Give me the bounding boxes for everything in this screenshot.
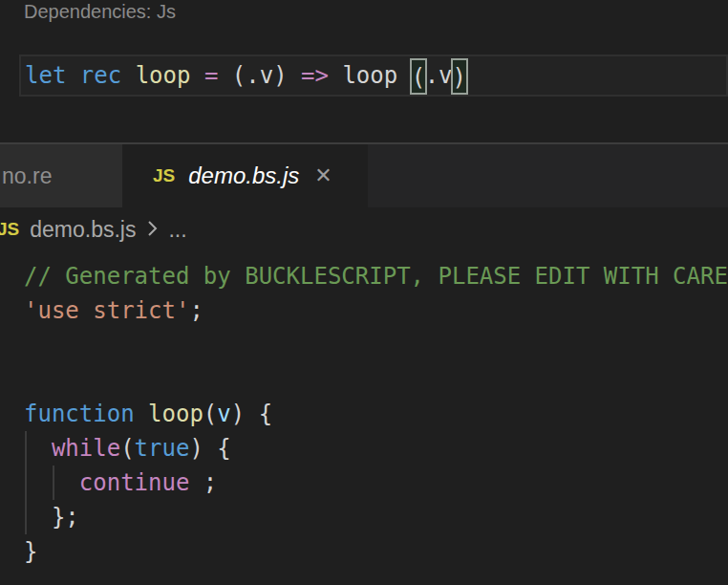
code-line: 'use strict';	[0, 293, 728, 328]
breadcrumbs: JS demo.bs.js ...	[0, 207, 728, 251]
vscode-window: Dependencies: Js let rec loop = (.v) => …	[0, 0, 728, 585]
code-token: };	[24, 504, 79, 531]
code-line	[0, 328, 728, 362]
code-line: while(true) {	[0, 431, 728, 466]
code-token	[190, 62, 203, 89]
code-token: (	[120, 435, 134, 462]
code-token: v	[217, 401, 230, 427]
indent-guide	[25, 431, 27, 534]
tab-label: no.re	[2, 163, 52, 189]
current-line-highlight[interactable]: let rec loop = (.v) => loop (.v)	[19, 54, 728, 97]
breadcrumb-file[interactable]: demo.bs.js	[30, 217, 136, 243]
code-token: (.v)	[218, 62, 301, 89]
chevron-right-icon	[145, 217, 160, 244]
code-token: .v	[425, 62, 453, 89]
code-token: let	[25, 62, 66, 89]
code-token: ) {	[189, 435, 230, 462]
code-token	[24, 469, 79, 496]
code-token: loop	[329, 62, 412, 89]
code-line: };	[0, 500, 728, 534]
code-token	[66, 62, 79, 89]
close-icon[interactable]: ✕	[314, 163, 332, 188]
code-token: while	[52, 435, 120, 462]
js-file-icon: JS	[153, 165, 175, 186]
tab-demo-re[interactable]: no.re	[0, 144, 122, 207]
editor[interactable]: // Generated by BUCKLESCRIPT, PLEASE EDI…	[0, 251, 728, 585]
code-token: }	[24, 538, 37, 565]
code-token: true	[135, 435, 190, 462]
code-token: continue	[79, 469, 190, 496]
code-token: (	[203, 401, 217, 427]
tab-bar: no.re JS demo.bs.js ✕	[0, 144, 728, 207]
tab-demo-bs-js[interactable]: JS demo.bs.js ✕	[122, 144, 368, 207]
code-line	[0, 362, 728, 397]
code-token: =	[204, 62, 218, 89]
breadcrumb-ellipsis[interactable]: ...	[168, 217, 186, 243]
code-token: loop	[148, 401, 203, 427]
code-token: ;	[189, 469, 217, 496]
code-token: )	[451, 58, 468, 95]
code-line: function loop(v) {	[0, 397, 728, 431]
code-line: // Generated by BUCKLESCRIPT, PLEASE EDI…	[0, 259, 728, 293]
code-token: // Generated by BUCKLESCRIPT, PLEASE EDI…	[24, 263, 728, 290]
indent-guide	[53, 466, 54, 500]
dependencies-label: Dependencies: Js	[24, 1, 176, 23]
code-token: rec	[80, 62, 121, 89]
code-token: function	[24, 401, 135, 427]
code-line: continue ;	[0, 466, 728, 500]
js-file-icon: JS	[0, 219, 19, 240]
code-token	[121, 62, 135, 89]
code-token: ) {	[231, 401, 272, 427]
code-token: 'use strict'	[24, 297, 189, 324]
code-token	[135, 401, 148, 427]
code-token	[24, 435, 52, 462]
code-token: loop	[136, 62, 191, 89]
code-token: =>	[301, 62, 329, 89]
code-token: ;	[189, 297, 203, 324]
code-line: }	[0, 534, 728, 569]
tab-label: demo.bs.js	[188, 162, 299, 189]
